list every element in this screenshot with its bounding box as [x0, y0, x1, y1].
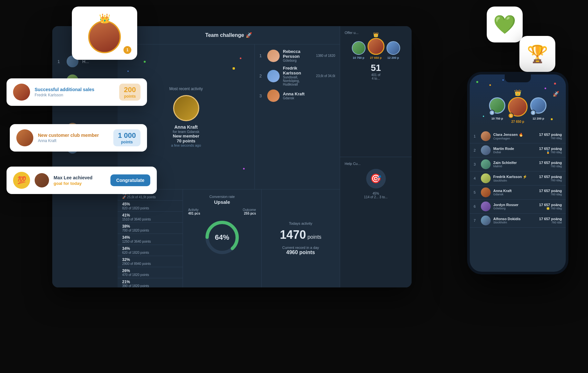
metric-row: 26%470 of 1820 points [118, 267, 183, 278]
notif-card-fredrik: Successful additional sales Fredrik Karl… [7, 78, 147, 106]
pl-name: Zain Schleifer [493, 161, 536, 165]
pl-rank: 3 [474, 162, 478, 166]
leader-avatar [267, 50, 280, 62]
leader-name: Anna Kraft [283, 91, 332, 96]
metric-pts: 390 of 1820 points [122, 284, 149, 287]
panel-header: Team challenge 🚀 [118, 26, 340, 44]
gauge-text: 64% [215, 233, 229, 242]
pl-score: 17 657 poäng [539, 175, 562, 179]
pl-rank: 1 [474, 134, 478, 138]
pl-score: 17 657 poäng [539, 203, 562, 207]
pl-avatar [481, 202, 491, 211]
notif-content-3: Max Lee achieved goal for today [54, 175, 106, 186]
metric-pct: 21% [122, 280, 149, 284]
pl-score: 17 657 poäng [539, 147, 562, 151]
notif-avatar-anna [16, 129, 33, 146]
todays-title: Todays activity [267, 221, 335, 225]
top-avatar-image [88, 21, 121, 53]
leader-info: Anna Kraft Gdansk [283, 91, 332, 100]
metric-row: 41%1510 of 3640 points [118, 212, 183, 223]
podium-pts-2: 12 200 p [532, 117, 544, 120]
help-numbers: 114 of 2... 3 to... [345, 195, 407, 199]
outcome-label: Outcome255 pcs [243, 208, 256, 215]
pl-rank: 4 [474, 176, 478, 180]
leader-item-2: 2 Fredrik Karlsson Sundsvall, Norrköping… [259, 66, 335, 86]
activity-label: Activity401 pcs [188, 208, 200, 215]
metric-pts: 620 of 1820 points [122, 251, 149, 254]
metric-pts: 🚀 25,6t of 41,9t points [122, 195, 156, 199]
conversion-title: Conversion rate [209, 195, 235, 199]
podium-rank-3: 3 [489, 110, 495, 116]
pl-score-area: 17 657 poäng 760 idag [539, 189, 562, 196]
metric-pct: 34% [122, 235, 151, 240]
metric-pts: 700 of 1820 points [122, 229, 149, 232]
rank-badge-1: 1 [123, 45, 132, 55]
pl-score-area: 17 657 poäng 🌟 760 idag [539, 203, 562, 210]
right-section-offer: Offer u... 10 750 p 👑 27 650 p 12 200 p [340, 26, 412, 157]
leader-score: 23,6t of 34,6t [316, 74, 335, 78]
pl-info: Martin Rode Dubai [493, 147, 536, 154]
notif-pts-label-2: points [118, 140, 136, 144]
leader-rank: 2 [259, 73, 264, 78]
pl-score: 17 657 poäng [539, 161, 562, 165]
trophy-icon: 🏆 [527, 44, 548, 64]
activity-avatar [173, 95, 199, 121]
pl-name: Alfonso Dokidis [493, 217, 536, 221]
help-title: Help Cu... [345, 162, 407, 166]
list-item: 2 Martin Rode Dubai 17 657 poäng 🏅 760 i… [470, 143, 566, 157]
leader-rank: 3 [259, 93, 264, 98]
metric-row: 45%820 of 1820 points [118, 201, 183, 212]
pl-score: 17 657 poäng [539, 133, 562, 137]
pl-avatar [481, 131, 491, 141]
pl-rank: 2 [474, 148, 478, 152]
metric-pct: 41% [122, 213, 151, 218]
metric-pct: 45% [122, 202, 149, 206]
notif-content-1: Successful additional sales Fredrik Karl… [35, 87, 115, 97]
pl-name: Anna Kraft [493, 189, 536, 193]
metric-pts: 1510 of 3640 points [122, 218, 151, 221]
metric-pct: 34% [122, 246, 149, 251]
metric-row: 34%620 of 1820 points [118, 245, 183, 256]
metric-pts: 1250 of 3640 points [122, 240, 151, 243]
pl-city: Dubai [493, 151, 536, 154]
record-value: 4960 points [267, 250, 335, 255]
notif-sub-2: Anna Kraft [38, 138, 109, 143]
pl-info: Fredrik Karlsson ⚡ Stockholm [493, 175, 536, 182]
gauge-container: 64% [203, 218, 242, 257]
pl-daily: 🌟 760 idag [539, 207, 562, 210]
pl-daily: 760 idat [539, 221, 562, 224]
pl-score-area: 17 657 poäng 🏅 760 idag [539, 147, 562, 154]
pl-city: Malmö [493, 165, 536, 168]
right-panel: Offer u... 10 750 p 👑 27 650 p 12 200 p [340, 26, 412, 287]
pl-score-area: 17 657 poäng 760 idag [539, 133, 562, 140]
pl-score: 17 657 poäng [539, 189, 562, 193]
leader-score: 1380 of 1820 [316, 54, 335, 57]
fire-icon: 🔥 [519, 133, 523, 137]
leader-item-1: 1 Rebecca Persson Göteborg 1380 of 1820 [259, 49, 335, 62]
notif-badge-2: 1 000 points [113, 129, 140, 146]
podium-1st: 👑 1 27 650 p [508, 89, 528, 123]
pl-city: Gdansk [493, 193, 536, 196]
congratulate-button[interactable]: Congratulate [110, 174, 150, 186]
leaderboard-panel: 1 Rebecca Persson Göteborg 1380 of 1820 … [255, 44, 340, 189]
metric-pts: 470 of 1820 points [122, 273, 149, 277]
list-item: 5 Anna Kraft Gdansk 17 657 poäng 760 ida… [470, 186, 566, 200]
notif-goal: goal for today [54, 181, 106, 186]
metric-row: 21%390 of 1820 points [118, 278, 183, 287]
pl-info: Anna Kraft Gdansk [493, 189, 536, 196]
notif-title-1: Successful additional sales [35, 87, 115, 92]
pl-rank: 5 [474, 190, 478, 194]
phone-screen: 🚀 3 10 750 p 👑 1 27 650 p [470, 74, 566, 272]
metric-pct: 38% [122, 224, 149, 229]
pl-avatar [481, 159, 491, 169]
pl-name: Clara Jenssen 🔥 [493, 133, 536, 137]
notif-title-2: New customer club member [38, 133, 109, 138]
leader-rank: 1 [259, 53, 264, 58]
activity-type: New member [173, 134, 199, 138]
todays-activity-panel: Todays activity 1470 points Current reco… [262, 189, 340, 287]
activity-title: Most recent activity [169, 87, 203, 91]
pl-score-area: 17 657 poäng 760 idag [539, 175, 562, 182]
phone-podium: 🚀 3 10 750 p 👑 1 27 650 p [470, 74, 566, 127]
record-label: Current record in a day [267, 246, 335, 250]
list-item: 7 Alfonso Dokidis Stockholm 17 657 poäng… [470, 214, 566, 228]
